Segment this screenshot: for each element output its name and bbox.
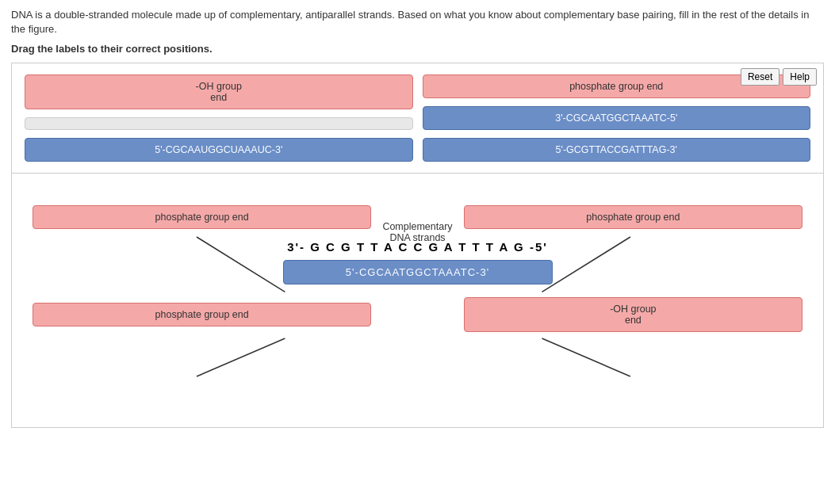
bottom-section: ComplementaryDNA strands phosphate group… — [12, 174, 823, 427]
top-right-row3-box[interactable]: 5'-GCGTTACCGATTTAG-3' — [423, 138, 811, 162]
bottom-top-left-container: phosphate group end — [33, 205, 371, 229]
top-panel-header: Reset Help — [741, 68, 817, 86]
svg-line-3 — [542, 338, 630, 376]
top-left-row1-box[interactable]: -OH groupend — [25, 74, 413, 109]
top-right-row3-label: 5'-GCGTTACCGATTTAG-3' — [556, 144, 677, 155]
bottom-bottom-left-label: phosphate group end — [155, 309, 249, 320]
instruction-text: DNA is a double-stranded molecule made u… — [11, 9, 809, 35]
bottom-bottom-right-container: -OH groupend — [464, 297, 802, 332]
bottom-top-right-box[interactable]: phosphate group end — [464, 205, 802, 229]
bottom-top-right-container: phosphate group end — [464, 205, 802, 229]
top-left-row1-label: -OH groupend — [196, 81, 242, 103]
bottom-top-row: phosphate group end phosphate group end — [25, 205, 810, 229]
bottom-bottom-left-container: phosphate group end — [33, 303, 371, 326]
instructions: DNA is a double-stranded molecule made u… — [11, 8, 824, 36]
top-right-row2-label: 3'-CGCAATGGCTAAATC-5' — [555, 113, 677, 124]
dna-strand-5-3-box: 5'-CGCAATGGCTAAATC-3' — [25, 260, 810, 284]
top-right-column: phosphate group end 3'-CGCAATGGCTAAATC-5… — [423, 74, 811, 162]
page-wrapper: DNA is a double-stranded molecule made u… — [0, 0, 835, 436]
top-left-column: -OH groupend 5'-CGCAAUGGCUAAAUC-3' — [25, 74, 413, 162]
bottom-top-right-label: phosphate group end — [586, 212, 680, 223]
bottom-bottom-right-label: -OH groupend — [610, 304, 656, 326]
drag-label: Drag the labels to their correct positio… — [11, 43, 824, 55]
top-left-row3-label: 5'-CGCAAUGGCUAAAUC-3' — [155, 144, 282, 155]
top-left-row2-box[interactable] — [25, 117, 413, 130]
top-left-row3-box[interactable]: 5'-CGCAAUGGCUAAAUC-3' — [25, 138, 413, 162]
dna-strand-5-3-label-box[interactable]: 5'-CGCAATGGCTAAATC-3' — [283, 260, 553, 284]
main-panel: Reset Help -OH groupend 5'-CGCAAUGGCUAAA… — [11, 63, 824, 428]
bottom-bottom-right-box[interactable]: -OH groupend — [464, 297, 802, 332]
help-button[interactable]: Help — [783, 68, 817, 86]
top-right-row1-label: phosphate group end — [569, 81, 663, 92]
bottom-top-left-label: phosphate group end — [155, 212, 249, 223]
bottom-bottom-left-box[interactable]: phosphate group end — [33, 303, 371, 326]
reset-button[interactable]: Reset — [741, 68, 779, 86]
svg-line-2 — [197, 338, 285, 376]
bottom-top-left-box[interactable]: phosphate group end — [33, 205, 371, 229]
bottom-bottom-row: phosphate group end -OH groupend — [25, 297, 810, 332]
top-right-row2-box[interactable]: 3'-CGCAATGGCTAAATC-5' — [423, 106, 811, 130]
dna-strand-5-3-label: 5'-CGCAATGGCTAAATC-3' — [346, 266, 489, 278]
top-section: -OH groupend 5'-CGCAAUGGCUAAAUC-3' phosp… — [12, 63, 823, 174]
